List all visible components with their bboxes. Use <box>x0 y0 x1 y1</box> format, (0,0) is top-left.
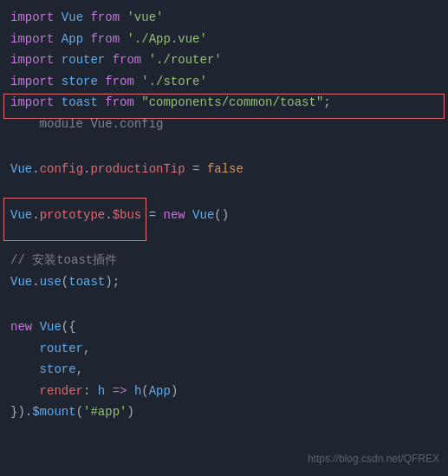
code-line-8: Vue . config . productionTip = false <box>10 159 438 180</box>
code-line-2: import App from './App.vue' <box>10 29 438 50</box>
code-line-empty-4 <box>10 292 438 316</box>
code-line-10: Vue . prototype . $bus = new Vue () <box>10 205 438 226</box>
code-line-6-comment: module Vue.config <box>10 114 438 135</box>
code-line-5-highlighted: import toast from "components/common/toa… <box>10 92 438 114</box>
code-line-4: import store from './store' <box>10 71 438 93</box>
code-lines: import Vue from 'vue' import App from '.… <box>10 7 438 423</box>
code-line-19: }) . $mount ( '#app' ) <box>10 401 438 423</box>
code-editor: import Vue from 'vue' import App from '.… <box>0 0 448 476</box>
keyword-import: import <box>10 7 54 29</box>
code-line-empty-2 <box>10 180 438 205</box>
code-line-empty-1 <box>10 134 438 159</box>
var-vue: Vue <box>62 7 83 29</box>
code-line-15: new Vue ({ <box>10 316 438 338</box>
code-line-13-use: Vue . use ( toast ) ; <box>10 271 438 293</box>
code-line-12-comment: // 安装toast插件 <box>10 250 438 271</box>
code-line-18: render : h => h ( App ) <box>10 381 438 402</box>
code-line-16: router , <box>10 338 438 360</box>
code-line-17: store , <box>10 359 438 381</box>
code-line-3: import router from './router' <box>10 49 438 71</box>
keyword-from: from <box>90 7 120 29</box>
code-line-1: import Vue from 'vue' <box>10 7 438 29</box>
string-vue: 'vue' <box>127 7 163 29</box>
code-line-empty-3 <box>10 225 438 250</box>
watermark: https://blog.csdn.net/QFREX <box>308 451 439 467</box>
